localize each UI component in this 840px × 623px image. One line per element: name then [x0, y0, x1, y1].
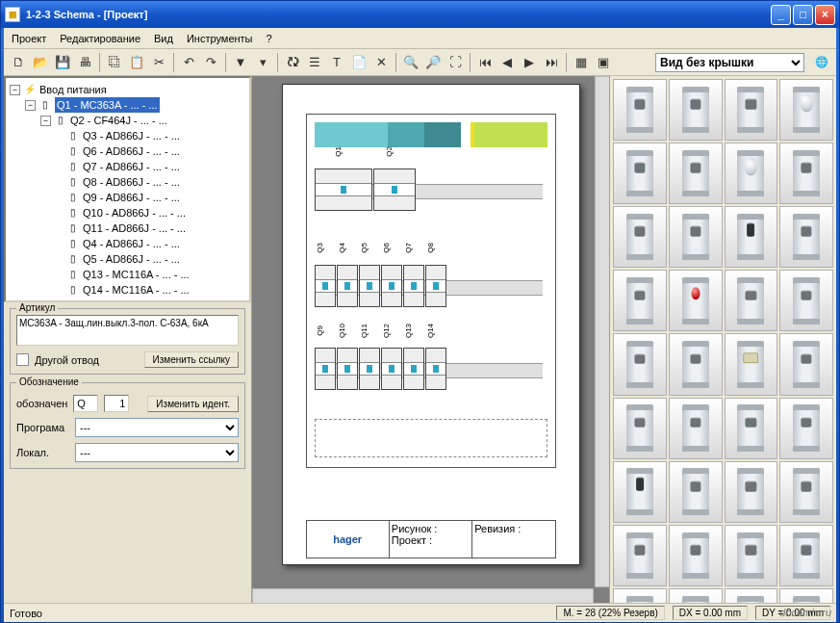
- grid-icon[interactable]: ▦: [571, 52, 592, 73]
- last-icon[interactable]: ⏭: [541, 52, 562, 73]
- tree-toggle[interactable]: −: [40, 116, 51, 126]
- tree-item[interactable]: Q7 - AD866J - ... - ...: [83, 159, 180, 174]
- part-thumb[interactable]: [669, 206, 723, 268]
- device-q10[interactable]: Q10: [337, 348, 358, 390]
- part-thumb[interactable]: [779, 333, 833, 395]
- part-thumb[interactable]: [613, 398, 667, 459]
- part-thumb[interactable]: [725, 270, 778, 331]
- part-thumb[interactable]: [669, 143, 723, 204]
- device-q1[interactable]: Q1: [315, 169, 372, 211]
- tree-item[interactable]: Q6 - AD866J - ... - ...: [83, 143, 180, 159]
- part-thumb[interactable]: [613, 588, 667, 603]
- tree-item[interactable]: Q10 - AD866J - ... - ...: [83, 205, 186, 221]
- tree-item[interactable]: Q8 - AD866J - ... - ...: [83, 174, 180, 190]
- close-button[interactable]: ×: [815, 5, 835, 25]
- part-thumb[interactable]: [725, 333, 778, 395]
- settings-icon[interactable]: ▣: [593, 52, 614, 73]
- menu-project[interactable]: Проект: [12, 33, 46, 44]
- first-icon[interactable]: ⏮: [474, 52, 496, 73]
- device-q11[interactable]: Q11: [359, 348, 380, 390]
- filter-icon[interactable]: ▼: [230, 52, 251, 73]
- tree-item[interactable]: Q3 - AD866J - ... - ...: [83, 128, 180, 143]
- menu-edit[interactable]: Редактирование: [60, 33, 140, 44]
- local-combo[interactable]: ---: [75, 443, 239, 462]
- tree-item[interactable]: Q11 - AD866J - ... - ...: [83, 221, 186, 236]
- text-icon[interactable]: T: [326, 52, 347, 73]
- part-thumb[interactable]: [613, 525, 667, 586]
- part-thumb[interactable]: [669, 398, 723, 459]
- busbar[interactable]: [315, 122, 547, 147]
- fit-icon[interactable]: ⛶: [445, 52, 466, 73]
- device-q13[interactable]: Q13: [403, 348, 424, 390]
- device-q4[interactable]: Q4: [337, 265, 358, 307]
- part-thumb[interactable]: [669, 79, 723, 141]
- paste-icon[interactable]: 📋: [126, 52, 147, 73]
- part-thumb[interactable]: [613, 79, 667, 141]
- refresh-icon[interactable]: 🗘: [282, 52, 303, 73]
- prev-icon[interactable]: ◀: [496, 52, 518, 73]
- part-thumb[interactable]: [725, 398, 778, 459]
- part-thumb[interactable]: [725, 588, 778, 603]
- other-tap-checkbox[interactable]: [16, 353, 29, 366]
- minimize-button[interactable]: _: [771, 5, 791, 25]
- menu-help[interactable]: ?: [267, 33, 272, 44]
- undo-icon[interactable]: ↶: [178, 52, 199, 73]
- part-thumb[interactable]: [669, 525, 723, 586]
- number-input[interactable]: [104, 395, 129, 412]
- part-thumb[interactable]: [725, 206, 778, 268]
- canvas-vscroll[interactable]: [595, 76, 609, 587]
- part-thumb[interactable]: [669, 270, 723, 331]
- cut-icon[interactable]: ✂: [148, 52, 169, 73]
- tree-item[interactable]: Q4 - AD866J - ... - ...: [83, 236, 180, 251]
- part-thumb[interactable]: [613, 333, 667, 395]
- part-thumb[interactable]: [779, 525, 833, 586]
- tree-toggle[interactable]: −: [10, 85, 20, 95]
- open-icon[interactable]: 📂: [30, 52, 51, 73]
- change-ident-button[interactable]: Изменить идент.: [147, 396, 239, 412]
- device-q12[interactable]: Q12: [381, 348, 402, 390]
- part-thumb[interactable]: [779, 143, 833, 204]
- tree-item[interactable]: Q12 - MC116A - ... - ...: [83, 298, 190, 302]
- part-thumb[interactable]: [669, 333, 723, 395]
- part-thumb[interactable]: [779, 206, 833, 268]
- maximize-button[interactable]: □: [793, 5, 813, 25]
- list-icon[interactable]: ☰: [304, 52, 325, 73]
- new-icon[interactable]: 🗋: [8, 52, 29, 73]
- artikul-input[interactable]: MC363A - Защ.лин.выкл.3-пол. C-63A, 6кА: [16, 315, 239, 346]
- part-thumb[interactable]: [725, 461, 778, 523]
- part-thumb[interactable]: [669, 461, 723, 523]
- part-thumb[interactable]: [725, 79, 778, 141]
- part-thumb[interactable]: [779, 270, 833, 331]
- save-icon[interactable]: 💾: [52, 52, 73, 73]
- zoomin-icon[interactable]: 🔍: [400, 52, 421, 73]
- globe-icon[interactable]: 🌐: [811, 52, 832, 73]
- part-thumb[interactable]: [613, 270, 667, 331]
- device-q5[interactable]: Q5: [359, 265, 380, 307]
- filter2-icon[interactable]: ▾: [252, 52, 273, 73]
- tree-item-q1[interactable]: Q1 - MC363A - ... - ...: [55, 97, 160, 113]
- redo-icon[interactable]: ↷: [200, 52, 221, 73]
- menu-view[interactable]: Вид: [154, 33, 173, 44]
- device-q2[interactable]: Q2: [373, 169, 416, 211]
- part-thumb[interactable]: [779, 588, 833, 603]
- part-thumb[interactable]: [613, 461, 667, 523]
- program-combo[interactable]: ---: [75, 418, 239, 437]
- doc-icon[interactable]: 📄: [348, 52, 369, 73]
- part-thumb[interactable]: [779, 398, 833, 459]
- zoomout-icon[interactable]: 🔎: [422, 52, 444, 73]
- part-thumb[interactable]: [725, 525, 778, 586]
- prefix-input[interactable]: [73, 395, 98, 412]
- part-thumb[interactable]: [613, 143, 667, 204]
- part-thumb[interactable]: [613, 206, 667, 268]
- tree-item[interactable]: Q14 - MC116A - ... - ...: [83, 282, 190, 298]
- design-canvas[interactable]: Q1 Q2 Q3 Q4 Q5 Q6 Q7 Q8 Q9: [252, 76, 609, 603]
- next-icon[interactable]: ▶: [519, 52, 540, 73]
- menu-tools[interactable]: Инструменты: [187, 33, 253, 44]
- tree-item[interactable]: Q13 - MC116A - ... - ...: [83, 267, 190, 282]
- tree-item[interactable]: Q9 - AD866J - ... - ...: [83, 190, 180, 205]
- canvas-hscroll[interactable]: [252, 588, 594, 603]
- part-thumb[interactable]: [779, 79, 833, 141]
- device-q8[interactable]: Q8: [425, 265, 446, 307]
- tree-view[interactable]: − ⚡ Ввод питания − ▯ Q1 - MC363A - ... -…: [4, 76, 251, 302]
- change-link-button[interactable]: Изменить ссылку: [144, 351, 239, 368]
